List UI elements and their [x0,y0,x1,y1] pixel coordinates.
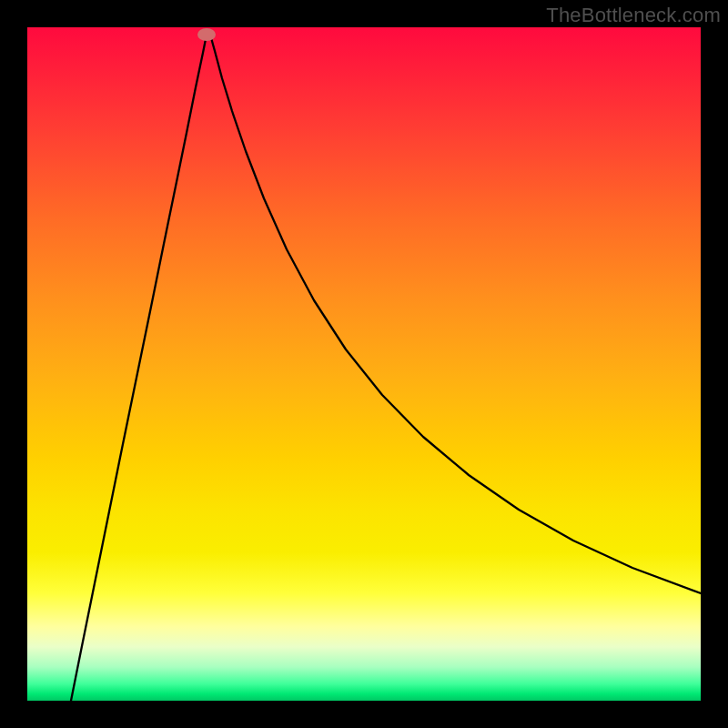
curve-left-branch [71,35,207,701]
min-marker [197,28,216,41]
chart-frame: TheBottleneck.com [0,0,728,728]
curve-svg [27,27,701,701]
watermark-label: TheBottleneck.com [546,4,721,27]
plot-area [27,27,701,701]
curve-right-branch [210,35,701,593]
